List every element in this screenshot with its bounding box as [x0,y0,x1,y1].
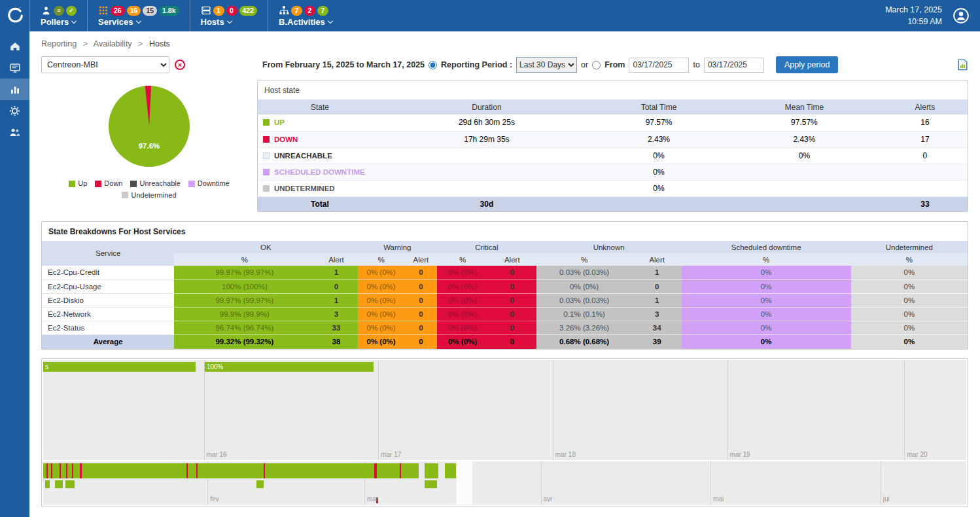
crit-alert: 0 [488,293,536,307]
chevron-down-icon [328,18,333,24]
services-menu-label: Services [98,17,133,27]
custom-period-radio[interactable] [592,61,601,69]
service-name[interactable]: Ec2-Cpu-Credit [42,266,174,279]
apply-period-button[interactable]: Apply period [776,56,839,73]
unknown-pct: 0.03% (0.03%) [536,266,633,279]
warn-alert: 0 [405,307,438,321]
to-date-input[interactable] [704,58,764,73]
services-warning-badge[interactable]: 16 [127,6,141,16]
ba-critical-badge[interactable]: 2 [304,6,315,16]
hosts-up-badge[interactable]: 422 [239,6,258,16]
col-state: State [258,99,382,115]
services-pending-badge[interactable]: 15 [143,6,157,16]
sidebar-item-monitoring[interactable] [0,57,29,79]
down-swatch [263,136,270,143]
undet-pct: 0% [851,321,968,334]
sub-col-percent: % [536,253,633,266]
availability-bar: s [43,362,196,372]
alerts-value [883,180,968,196]
service-name[interactable]: Ec2-Status [42,321,174,334]
services-ok-badge[interactable]: 1.8k [159,6,179,16]
centreon-logo[interactable] [0,0,29,31]
ok-pct: 100% (100%) [174,279,315,293]
ba-ok-badge[interactable]: 7 [317,6,328,16]
left-sidebar [0,31,29,517]
export-report-button[interactable] [957,59,968,71]
overview-down-tick [60,463,61,478]
col-warning: Warning [358,241,438,253]
sidebar-item-configuration[interactable] [0,100,29,122]
ok-pct: 96.74% (96.74%) [174,321,315,334]
ok-alert: 38 [315,334,357,349]
from-date-input[interactable] [629,58,689,73]
period-select[interactable]: Last 30 Days [516,57,577,73]
day-axis-label: mar 20 [907,451,927,458]
warn-alert: 0 [405,279,438,293]
state-breakdown-panel: State Breakdowns For Host Services Servi… [41,221,968,350]
sidebar-item-reporting[interactable] [0,79,29,100]
breadcrumb-reporting[interactable]: Reporting [41,39,77,48]
sidebar-item-home[interactable] [0,35,29,57]
crit-alert: 0 [488,279,536,293]
menu-services[interactable]: 26 16 15 1.8k Services [87,0,190,31]
overview-selection-window[interactable] [457,461,472,505]
warn-pct: 0% (0%) [358,293,405,307]
unknown-pct: 0% (0%) [536,279,633,293]
day-gridline [727,360,728,460]
col-service: Service [42,241,174,266]
col-ok: OK [174,241,357,253]
day-gridline [553,360,553,460]
pollers-menu-label: Pollers [41,17,69,27]
service-name[interactable]: Ec2-Network [42,307,174,321]
undetermined-swatch [263,185,270,192]
ok-pct: 99.9% (99.9%) [174,307,315,321]
host-select[interactable]: Centreon-MBI [41,56,169,73]
breadcrumb-availability[interactable]: Availability [94,39,132,48]
host-state-header-row: State Duration Total Time Mean Time Aler… [258,99,968,115]
sched-pct: 0% [682,293,851,307]
menu-hosts[interactable]: 1 0 422 Hosts [190,0,268,31]
service-name[interactable]: Ec2-Cpu-Usage [42,279,174,293]
undet-pct: 0% [851,293,968,307]
menu-pollers[interactable]: ≡ ✓ Pollers [29,0,87,31]
unknown-alert: 0 [633,279,682,293]
overview-lower-block [45,480,50,488]
crit-pct: 0% (0%) [437,293,488,307]
overview-down-tick [186,463,188,478]
clear-host-icon[interactable]: × [175,60,185,70]
warn-alert: 0 [405,266,438,279]
unknown-pct: 3.26% (3.26%) [536,321,633,334]
total-label: Total [258,196,382,211]
month-axis-label: avr [544,495,553,503]
timeline-zoom-chart[interactable]: mar 16mar 17mar 18mar 19mar 20s100% [43,360,966,460]
overview-lower-block [65,480,75,488]
user-menu[interactable] [953,7,970,24]
overview-lower-block [425,480,438,488]
crit-alert: 0 [488,334,536,349]
menu-bactivities[interactable]: 7 2 7 B.Activities [268,0,343,31]
day-axis-label: mar 18 [555,451,576,458]
total-alerts: 33 [883,196,968,211]
timeline-overview-chart[interactable]: fevmaravrmaijui [43,461,966,505]
hosts-menu-label: Hosts [201,17,224,27]
warn-alert: 0 [405,321,438,334]
duration-value [382,180,591,196]
table-row-unreachable: UNREACHABLE 0% 0% 0 [258,147,968,164]
chevron-down-icon [135,18,141,24]
clock: March 17, 2025 10:59 AM [885,4,942,27]
ba-warning-badge[interactable]: 7 [291,6,302,16]
service-name[interactable]: Ec2-Diskio [42,293,174,307]
duration-value: 29d 6h 30m 25s [382,115,591,131]
period-range-text: From February 15, 2025 to March 17, 2025 [262,60,425,69]
sched-pct: 0% [682,307,851,321]
sub-col-alert: Alert [315,253,357,266]
hosts-down-badge[interactable]: 0 [226,6,237,16]
hosts-unreachable-badge[interactable]: 1 [213,6,224,16]
overview-down-tick [66,463,67,478]
month-axis-label: mar [367,495,378,503]
reporting-period-radio[interactable] [429,61,437,69]
services-critical-badge[interactable]: 26 [111,6,125,16]
warn-pct: 0% (0%) [358,279,405,293]
mean-time-value: 2.43% [726,131,883,147]
sidebar-item-administration[interactable] [0,122,29,143]
